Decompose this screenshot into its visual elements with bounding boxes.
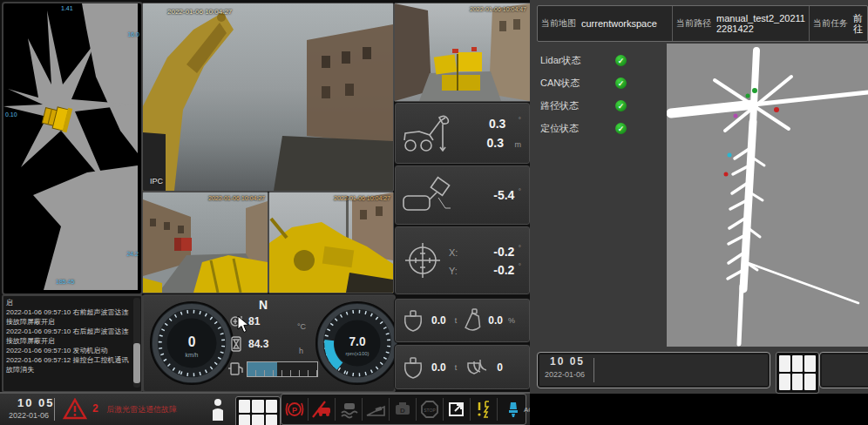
camera-right-timestamp: 2022-01-06 10:04:27 <box>334 195 390 201</box>
total-weight-value: 0.0 <box>431 361 446 374</box>
workspace-header: 当前地图 currentworkspace 当前路径 manual_test2_… <box>537 5 868 42</box>
fault-log-panel[interactable]: 启 2022-01-06 09:57:10 右前超声波雷达连接故障屏蔽开启 20… <box>2 294 143 393</box>
waypoint-dot-purple <box>734 114 738 118</box>
bucket-weight-icon <box>402 307 424 334</box>
fuel-bar-ticks <box>248 370 317 376</box>
beacon-icon <box>506 401 520 418</box>
system-time: 10 05 <box>17 396 55 409</box>
bucket-load-panel: 0.0 t 0.0 % <box>394 298 531 343</box>
bucket-tilt-icon <box>400 173 454 217</box>
current-map-value: currentworkspace <box>581 18 657 29</box>
hour-meter-icon <box>230 336 242 352</box>
svg-text:STOP: STOP <box>424 408 436 413</box>
svg-text:km/h: km/h <box>186 352 199 358</box>
alarm-warning-icon <box>63 398 87 421</box>
screen-switch-icon[interactable] <box>444 398 471 421</box>
bucket-angle-panel: -5.4 ° <box>394 165 531 226</box>
right-empty-button[interactable] <box>819 352 868 388</box>
collision-warning-icon[interactable] <box>309 398 336 421</box>
current-map-label: 当前地图 <box>541 17 576 30</box>
map-range-label: 16.0 <box>127 31 139 37</box>
current-map-field: 当前地图 currentworkspace <box>538 6 673 41</box>
tilt-y-unit: ° <box>519 262 521 270</box>
engine-fault-icon[interactable]: D <box>390 398 417 421</box>
camera-left-scene <box>143 192 268 293</box>
total-load-panel: 0.0 t 0 <box>394 344 531 390</box>
engine-hours-value: 84.3 <box>248 338 268 350</box>
path-status-label: 路径状态 <box>540 99 615 112</box>
camera-main-tag: IPC <box>150 177 163 186</box>
tilt-panel: X: -0.2 ° Y: -0.2 ° <box>394 226 531 295</box>
ramp-warning-icon[interactable] <box>363 398 390 421</box>
load-percent-value: 0.0 <box>488 314 503 327</box>
statusbar-divider <box>54 398 55 421</box>
load-percent-unit: % <box>508 316 515 325</box>
stop-sign-icon[interactable]: STOP <box>417 398 444 421</box>
bucket-angle-value: -5.4 <box>493 188 514 202</box>
workspace-app: 当前地图 currentworkspace 当前路径 manual_test2_… <box>530 0 868 394</box>
load-percent-icon <box>464 308 485 333</box>
waypoint-dot-green <box>746 94 750 98</box>
camera-main-view[interactable]: 2022-01-06 10:04:27 IPC <box>142 3 394 192</box>
system-date: 2022-01-06 <box>9 411 49 420</box>
electrical-warning-icon[interactable] <box>471 398 498 421</box>
camera-left-view[interactable]: 2022-01-06 10:04:27 <box>142 192 268 293</box>
right-layout-grid-button[interactable] <box>776 352 819 394</box>
tilt-x-unit: ° <box>519 244 521 252</box>
path-status-ok-icon: ✓ <box>615 100 627 111</box>
map-range-label: 185.45 <box>56 279 74 285</box>
can-status-label: CAN状态 <box>540 77 615 90</box>
can-status-ok-icon: ✓ <box>615 78 627 89</box>
can-status-row: CAN状态 ✓ <box>540 77 662 90</box>
log-entry: 2022-01-06 09:57:10 右后超声波雷达连接故障屏蔽开启 <box>6 327 130 346</box>
mouse-cursor <box>237 315 250 334</box>
path-status-row: 路径状态 ✓ <box>540 99 662 112</box>
current-path-label: 当前路径 <box>676 17 711 30</box>
log-scroll-thumb[interactable] <box>133 343 140 383</box>
right-date: 2022-01-06 <box>545 370 585 379</box>
boom-angle-value: 0.3 <box>489 117 505 131</box>
waypoint-dot-red <box>774 107 779 112</box>
current-task-value: 前往 <box>853 13 864 34</box>
map-range-label: 1.41 <box>61 5 73 11</box>
camera-right-view[interactable]: 2022-01-06 10:04:27 <box>268 192 394 293</box>
camera-front-scene <box>395 3 530 101</box>
camera-front-view[interactable]: 2022-01-06 10:04:47 <box>394 3 531 102</box>
operator-info-icon[interactable] <box>211 398 225 421</box>
boom-height-value: 0.3 <box>487 136 504 150</box>
current-task-label: 当前任务 <box>813 17 848 30</box>
camera-main-timestamp: 2022-01-06 10:04:27 <box>167 8 232 16</box>
log-scrollbar[interactable] <box>133 298 140 388</box>
gyro-icon <box>403 241 442 280</box>
camera-left-timestamp: 2022-01-06 10:04:27 <box>208 195 265 201</box>
boom-angle-unit: ° <box>519 116 521 124</box>
path-map-canvas <box>667 44 868 347</box>
fuel-icon <box>227 361 245 376</box>
bucket-weight-value: 0.0 <box>431 314 446 327</box>
parking-brake-icon[interactable]: P <box>281 398 309 421</box>
svg-text:D: D <box>400 407 405 415</box>
log-entry: 启 <box>6 298 130 307</box>
lidar-status-label: Lidar状态 <box>540 54 615 67</box>
layout-grid-button[interactable] <box>235 396 281 425</box>
svg-text:7.0: 7.0 <box>349 335 365 348</box>
map-range-label: 0.10 <box>5 111 17 118</box>
svg-text:P: P <box>292 406 297 415</box>
gear-indicator: N <box>259 298 268 312</box>
path-map-view[interactable] <box>667 44 868 347</box>
tilt-y-label: Y: <box>449 266 458 276</box>
camera-front-timestamp: 2022-01-06 10:04:47 <box>470 6 526 12</box>
rpm-gauge: 7.0 rpm(x100) <box>315 300 400 386</box>
tilt-x-value: -0.2 <box>493 245 514 259</box>
tilt-x-label: X: <box>449 247 458 258</box>
operator-console: 1.41 16.0 0.10 185.45 24.2 2022-01-06 10… <box>0 0 868 425</box>
lidar-map-panel[interactable]: 1.41 16.0 0.10 185.45 24.2 <box>2 2 143 295</box>
svg-text:rpm(x100): rpm(x100) <box>346 351 370 356</box>
camera-main-scene <box>143 3 393 191</box>
traction-control-icon[interactable] <box>336 398 363 421</box>
total-weight-unit: t <box>455 363 458 372</box>
svg-text:0: 0 <box>188 334 196 349</box>
waypoint-dot-cyan <box>728 153 732 158</box>
lidar-status-row: Lidar状态 ✓ <box>540 54 662 67</box>
camera-right-scene <box>269 192 393 293</box>
